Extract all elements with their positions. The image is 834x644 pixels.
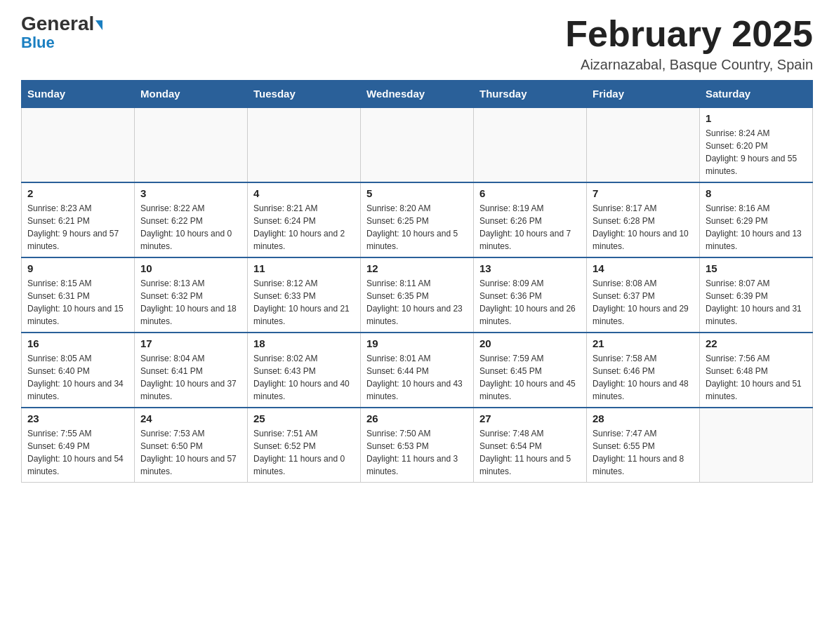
calendar-day-cell: 13Sunrise: 8:09 AMSunset: 6:36 PMDayligh… <box>474 257 587 333</box>
day-info: Sunrise: 8:04 AMSunset: 6:41 PMDaylight:… <box>140 352 241 403</box>
day-info: Sunrise: 8:11 AMSunset: 6:35 PMDaylight:… <box>366 277 468 328</box>
day-number: 6 <box>479 187 581 199</box>
day-number: 19 <box>366 337 468 349</box>
calendar-week-row: 1Sunrise: 8:24 AMSunset: 6:20 PMDaylight… <box>22 107 813 182</box>
day-info: Sunrise: 7:53 AMSunset: 6:50 PMDaylight:… <box>140 427 241 478</box>
day-info: Sunrise: 8:15 AMSunset: 6:31 PMDaylight:… <box>27 277 128 328</box>
calendar-day-cell: 14Sunrise: 8:08 AMSunset: 6:37 PMDayligh… <box>587 257 700 333</box>
day-info: Sunrise: 7:55 AMSunset: 6:49 PMDaylight:… <box>27 427 128 478</box>
weekday-header-monday: Monday <box>135 81 248 108</box>
day-info: Sunrise: 8:17 AMSunset: 6:28 PMDaylight:… <box>593 202 694 253</box>
weekday-header-saturday: Saturday <box>700 81 813 108</box>
calendar-day-cell: 24Sunrise: 7:53 AMSunset: 6:50 PMDayligh… <box>135 408 248 483</box>
calendar-day-cell: 28Sunrise: 7:47 AMSunset: 6:55 PMDayligh… <box>587 408 700 483</box>
calendar-day-cell: 1Sunrise: 8:24 AMSunset: 6:20 PMDaylight… <box>700 107 813 182</box>
day-info: Sunrise: 8:13 AMSunset: 6:32 PMDaylight:… <box>140 277 241 328</box>
page-header: General Blue February 2025 Aizarnazabal,… <box>21 14 813 73</box>
calendar-day-cell: 25Sunrise: 7:51 AMSunset: 6:52 PMDayligh… <box>248 408 361 483</box>
day-info: Sunrise: 8:01 AMSunset: 6:44 PMDaylight:… <box>366 352 468 403</box>
calendar-day-cell <box>587 107 700 182</box>
calendar-day-cell <box>361 107 474 182</box>
day-number: 7 <box>593 187 694 199</box>
day-info: Sunrise: 8:07 AMSunset: 6:39 PMDaylight:… <box>706 277 807 328</box>
day-number: 2 <box>27 187 128 199</box>
calendar-day-cell: 21Sunrise: 7:58 AMSunset: 6:46 PMDayligh… <box>587 333 700 408</box>
calendar-day-cell <box>700 408 813 483</box>
weekday-header-friday: Friday <box>587 81 700 108</box>
calendar-day-cell: 19Sunrise: 8:01 AMSunset: 6:44 PMDayligh… <box>361 333 474 408</box>
weekday-header-wednesday: Wednesday <box>361 81 474 108</box>
day-number: 12 <box>366 262 468 274</box>
calendar-day-cell <box>22 107 135 182</box>
day-number: 25 <box>253 412 355 424</box>
calendar-day-cell <box>248 107 361 182</box>
day-info: Sunrise: 8:22 AMSunset: 6:22 PMDaylight:… <box>140 202 241 253</box>
location-title: Aizarnazabal, Basque Country, Spain <box>565 57 813 73</box>
logo-triangle-icon <box>95 20 102 30</box>
calendar-day-cell: 9Sunrise: 8:15 AMSunset: 6:31 PMDaylight… <box>22 257 135 333</box>
day-number: 21 <box>593 337 694 349</box>
weekday-header-row: SundayMondayTuesdayWednesdayThursdayFrid… <box>22 81 813 108</box>
day-info: Sunrise: 8:21 AMSunset: 6:24 PMDaylight:… <box>253 202 355 253</box>
logo-blue: Blue <box>21 34 55 52</box>
calendar-day-cell: 11Sunrise: 8:12 AMSunset: 6:33 PMDayligh… <box>248 257 361 333</box>
day-info: Sunrise: 7:50 AMSunset: 6:53 PMDaylight:… <box>366 427 468 478</box>
day-number: 18 <box>253 337 355 349</box>
day-info: Sunrise: 8:08 AMSunset: 6:37 PMDaylight:… <box>593 277 694 328</box>
day-info: Sunrise: 8:16 AMSunset: 6:29 PMDaylight:… <box>706 202 807 253</box>
weekday-header-thursday: Thursday <box>474 81 587 108</box>
day-info: Sunrise: 8:02 AMSunset: 6:43 PMDaylight:… <box>253 352 355 403</box>
day-info: Sunrise: 8:19 AMSunset: 6:26 PMDaylight:… <box>479 202 581 253</box>
calendar-day-cell: 8Sunrise: 8:16 AMSunset: 6:29 PMDaylight… <box>700 182 813 257</box>
day-info: Sunrise: 8:09 AMSunset: 6:36 PMDaylight:… <box>479 277 581 328</box>
day-number: 9 <box>27 262 128 274</box>
day-info: Sunrise: 8:23 AMSunset: 6:21 PMDaylight:… <box>27 202 128 253</box>
calendar-day-cell: 5Sunrise: 8:20 AMSunset: 6:25 PMDaylight… <box>361 182 474 257</box>
calendar-day-cell: 12Sunrise: 8:11 AMSunset: 6:35 PMDayligh… <box>361 257 474 333</box>
day-number: 17 <box>140 337 241 349</box>
day-number: 22 <box>706 337 807 349</box>
calendar-week-row: 23Sunrise: 7:55 AMSunset: 6:49 PMDayligh… <box>22 408 813 483</box>
calendar-day-cell: 6Sunrise: 8:19 AMSunset: 6:26 PMDaylight… <box>474 182 587 257</box>
day-number: 26 <box>366 412 468 424</box>
calendar-day-cell: 22Sunrise: 7:56 AMSunset: 6:48 PMDayligh… <box>700 333 813 408</box>
calendar-day-cell <box>474 107 587 182</box>
day-number: 10 <box>140 262 241 274</box>
day-info: Sunrise: 7:51 AMSunset: 6:52 PMDaylight:… <box>253 427 355 478</box>
day-number: 4 <box>253 187 355 199</box>
day-info: Sunrise: 8:24 AMSunset: 6:20 PMDaylight:… <box>706 127 807 177</box>
calendar-week-row: 9Sunrise: 8:15 AMSunset: 6:31 PMDaylight… <box>22 257 813 333</box>
day-number: 15 <box>706 262 807 274</box>
day-info: Sunrise: 8:05 AMSunset: 6:40 PMDaylight:… <box>27 352 128 403</box>
calendar-day-cell <box>135 107 248 182</box>
calendar-week-row: 16Sunrise: 8:05 AMSunset: 6:40 PMDayligh… <box>22 333 813 408</box>
day-info: Sunrise: 7:48 AMSunset: 6:54 PMDaylight:… <box>479 427 581 478</box>
day-number: 23 <box>27 412 128 424</box>
logo-general: General <box>21 14 102 34</box>
day-number: 11 <box>253 262 355 274</box>
month-title: February 2025 <box>565 14 813 54</box>
title-block: February 2025 Aizarnazabal, Basque Count… <box>565 14 813 73</box>
day-number: 8 <box>706 187 807 199</box>
calendar-day-cell: 18Sunrise: 8:02 AMSunset: 6:43 PMDayligh… <box>248 333 361 408</box>
day-number: 3 <box>140 187 241 199</box>
day-number: 5 <box>366 187 468 199</box>
calendar-day-cell: 3Sunrise: 8:22 AMSunset: 6:22 PMDaylight… <box>135 182 248 257</box>
day-info: Sunrise: 7:59 AMSunset: 6:45 PMDaylight:… <box>479 352 581 403</box>
calendar-day-cell: 2Sunrise: 8:23 AMSunset: 6:21 PMDaylight… <box>22 182 135 257</box>
calendar-day-cell: 4Sunrise: 8:21 AMSunset: 6:24 PMDaylight… <box>248 182 361 257</box>
day-number: 14 <box>593 262 694 274</box>
day-number: 27 <box>479 412 581 424</box>
calendar-day-cell: 23Sunrise: 7:55 AMSunset: 6:49 PMDayligh… <box>22 408 135 483</box>
calendar-day-cell: 17Sunrise: 8:04 AMSunset: 6:41 PMDayligh… <box>135 333 248 408</box>
logo: General Blue <box>21 14 102 52</box>
day-info: Sunrise: 8:12 AMSunset: 6:33 PMDaylight:… <box>253 277 355 328</box>
calendar-day-cell: 7Sunrise: 8:17 AMSunset: 6:28 PMDaylight… <box>587 182 700 257</box>
calendar-week-row: 2Sunrise: 8:23 AMSunset: 6:21 PMDaylight… <box>22 182 813 257</box>
day-info: Sunrise: 7:56 AMSunset: 6:48 PMDaylight:… <box>706 352 807 403</box>
day-number: 24 <box>140 412 241 424</box>
day-number: 13 <box>479 262 581 274</box>
calendar-day-cell: 20Sunrise: 7:59 AMSunset: 6:45 PMDayligh… <box>474 333 587 408</box>
day-info: Sunrise: 7:58 AMSunset: 6:46 PMDaylight:… <box>593 352 694 403</box>
calendar-table: SundayMondayTuesdayWednesdayThursdayFrid… <box>21 80 813 483</box>
